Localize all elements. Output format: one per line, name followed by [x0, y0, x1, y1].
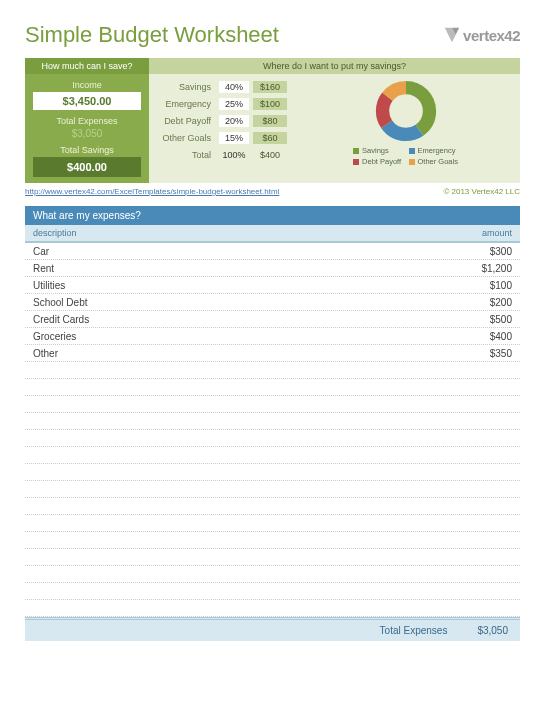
- allocation-total-row: Total100%$400: [157, 148, 287, 162]
- expense-row-empty[interactable]: [25, 396, 520, 413]
- income-value[interactable]: $3,450.00: [33, 92, 141, 110]
- alloc-label: Debt Payoff: [157, 116, 219, 126]
- expense-row-empty[interactable]: [25, 362, 520, 379]
- expense-row-empty[interactable]: [25, 379, 520, 396]
- expense-row[interactable]: Other$350: [25, 345, 520, 362]
- vertex-icon: [443, 26, 461, 44]
- expense-row[interactable]: Credit Cards$500: [25, 311, 520, 328]
- expense-row[interactable]: Utilities$100: [25, 277, 520, 294]
- allocation-row: Debt Payoff20%$80: [157, 114, 287, 128]
- expense-row-empty[interactable]: [25, 566, 520, 583]
- col-description: description: [33, 228, 77, 238]
- allocation-donut-chart: [375, 80, 437, 142]
- alloc-amt: $80: [253, 115, 287, 127]
- brand-logo: vertex42: [443, 26, 520, 44]
- legend-label: Other Goals: [418, 157, 458, 166]
- legend-label: Savings: [362, 146, 389, 155]
- expense-desc: School Debt: [33, 297, 87, 308]
- expense-desc: Rent: [33, 263, 54, 274]
- expenses-total-label: Total Expenses: [380, 625, 448, 636]
- expense-row-empty[interactable]: [25, 600, 520, 617]
- expense-amt: $100: [490, 280, 512, 291]
- total-savings-value: $400.00: [33, 157, 141, 177]
- expense-row-empty[interactable]: [25, 532, 520, 549]
- expense-row-empty[interactable]: [25, 447, 520, 464]
- expense-row[interactable]: Rent$1,200: [25, 260, 520, 277]
- alloc-amt: $60: [253, 132, 287, 144]
- alloc-label: Savings: [157, 82, 219, 92]
- alloc-label: Emergency: [157, 99, 219, 109]
- expenses-total-value: $3,050: [477, 625, 508, 636]
- expense-desc: Utilities: [33, 280, 65, 291]
- expense-amt: $350: [490, 348, 512, 359]
- allocation-panel: Where do I want to put my savings? Savin…: [149, 58, 520, 183]
- allocation-row: Other Goals15%$60: [157, 131, 287, 145]
- expense-desc: Credit Cards: [33, 314, 89, 325]
- expense-amt: $200: [490, 297, 512, 308]
- legend-swatch: [353, 148, 359, 154]
- expense-row-empty[interactable]: [25, 583, 520, 600]
- col-amount: amount: [482, 228, 512, 238]
- expenses-header: What are my expenses?: [25, 206, 520, 225]
- legend-item: Debt Payoff: [353, 157, 402, 166]
- expense-row[interactable]: Groceries$400: [25, 328, 520, 345]
- legend-label: Emergency: [418, 146, 456, 155]
- expense-row-empty[interactable]: [25, 413, 520, 430]
- legend-swatch: [409, 148, 415, 154]
- legend-item: Savings: [353, 146, 402, 155]
- allocation-row: Savings40%$160: [157, 80, 287, 94]
- legend-item: Emergency: [409, 146, 458, 155]
- chart-legend: SavingsEmergencyDebt PayoffOther Goals: [353, 146, 458, 166]
- expense-amt: $400: [490, 331, 512, 342]
- expense-row-empty[interactable]: [25, 549, 520, 566]
- allocation-table: Savings40%$160Emergency25%$100Debt Payof…: [157, 80, 287, 166]
- expense-row[interactable]: Car$300: [25, 243, 520, 260]
- alloc-pct[interactable]: 20%: [219, 115, 249, 127]
- source-link[interactable]: http://www.vertex42.com/ExcelTemplates/s…: [25, 187, 279, 196]
- expense-desc: Groceries: [33, 331, 76, 342]
- brand-text: vertex42: [463, 27, 520, 44]
- alloc-total-amt: $400: [253, 149, 287, 161]
- alloc-label: Other Goals: [157, 133, 219, 143]
- expense-desc: Other: [33, 348, 58, 359]
- savings-summary-header: How much can I save?: [25, 58, 149, 74]
- expense-amt: $1,200: [481, 263, 512, 274]
- alloc-amt: $160: [253, 81, 287, 93]
- expense-amt: $500: [490, 314, 512, 325]
- alloc-pct[interactable]: 40%: [219, 81, 249, 93]
- expense-desc: Car: [33, 246, 49, 257]
- legend-swatch: [353, 159, 359, 165]
- savings-summary-panel: How much can I save? Income $3,450.00 To…: [25, 58, 149, 183]
- page-title: Simple Budget Worksheet: [25, 22, 279, 48]
- expense-amt: $300: [490, 246, 512, 257]
- expenses-section: What are my expenses? description amount…: [25, 206, 520, 641]
- allocation-row: Emergency25%$100: [157, 97, 287, 111]
- expense-row-empty[interactable]: [25, 515, 520, 532]
- expense-row-empty[interactable]: [25, 430, 520, 447]
- legend-item: Other Goals: [409, 157, 458, 166]
- allocation-header: Where do I want to put my savings?: [149, 58, 520, 74]
- total-expenses-label: Total Expenses: [33, 116, 141, 126]
- alloc-amt: $100: [253, 98, 287, 110]
- alloc-pct[interactable]: 25%: [219, 98, 249, 110]
- alloc-total-label: Total: [157, 150, 219, 160]
- income-label: Income: [33, 80, 141, 90]
- expense-row-empty[interactable]: [25, 498, 520, 515]
- legend-label: Debt Payoff: [362, 157, 401, 166]
- legend-swatch: [409, 159, 415, 165]
- alloc-pct[interactable]: 15%: [219, 132, 249, 144]
- expense-row-empty[interactable]: [25, 464, 520, 481]
- alloc-total-pct: 100%: [219, 149, 249, 161]
- total-expenses-value: $3,050: [33, 128, 141, 139]
- expense-row-empty[interactable]: [25, 481, 520, 498]
- expense-row[interactable]: School Debt$200: [25, 294, 520, 311]
- total-savings-label: Total Savings: [33, 145, 141, 155]
- copyright: © 2013 Vertex42 LLC: [443, 187, 520, 196]
